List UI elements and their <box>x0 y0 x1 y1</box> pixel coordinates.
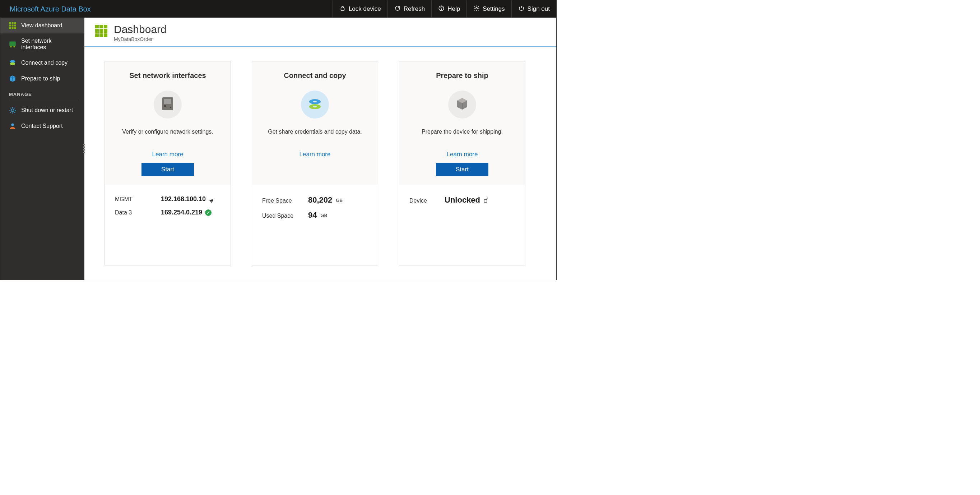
sidebar-resize-handle[interactable] <box>83 144 86 153</box>
svg-rect-14 <box>10 46 12 48</box>
card-copy: Connect and copy Get share credentials a… <box>252 61 378 266</box>
svg-rect-0 <box>341 8 344 10</box>
lock-device-label: Lock device <box>349 5 381 13</box>
grid-icon <box>9 22 16 29</box>
stat-row: Device Unlocked <box>409 196 515 205</box>
card-desc: Prepare the device for shipping. <box>422 129 503 135</box>
lock-icon <box>339 5 346 13</box>
card-network: Set network interfaces Verify or configu… <box>105 61 231 266</box>
sidebar-item-network[interactable]: Set network interfaces <box>0 33 84 55</box>
card-title: Prepare to ship <box>436 72 488 80</box>
sidebar-item-copy[interactable]: Connect and copy <box>0 55 84 71</box>
refresh-label: Refresh <box>404 5 425 13</box>
help-label: Help <box>447 5 460 13</box>
stat-label: Free Space <box>262 197 302 204</box>
topbar-spacer <box>100 0 332 18</box>
settings-label: Settings <box>483 5 504 13</box>
svg-rect-9 <box>14 25 16 27</box>
stat-value: 192.168.100.10 <box>161 196 215 203</box>
card-ship: Prepare to ship Prepare the device for s… <box>399 61 525 266</box>
signout-button[interactable]: Sign out <box>511 0 556 18</box>
network-card-icon <box>9 41 16 48</box>
card-top: Connect and copy Get share credentials a… <box>252 61 378 185</box>
svg-rect-22 <box>164 105 166 107</box>
learn-more-link[interactable]: Learn more <box>152 151 183 158</box>
power-icon <box>518 5 525 13</box>
svg-rect-13 <box>10 42 16 46</box>
page-header: Dashboard MyDataBoxOrder <box>84 18 556 47</box>
card-top: Set network interfaces Verify or configu… <box>105 61 231 185</box>
help-button[interactable]: Help <box>431 0 466 18</box>
card-icon <box>301 91 329 119</box>
disks-icon <box>307 97 323 112</box>
svg-rect-6 <box>14 22 16 24</box>
svg-point-19 <box>11 124 14 126</box>
sidebar: View dashboard Set network interfaces Co… <box>0 18 84 280</box>
sidebar-item-shutdown[interactable]: Shut down or restart <box>0 102 84 118</box>
gear-icon <box>473 5 480 13</box>
start-button[interactable]: Start <box>142 163 194 176</box>
svg-rect-12 <box>14 27 16 29</box>
body: View dashboard Set network interfaces Co… <box>0 18 556 280</box>
card-title: Set network interfaces <box>129 72 206 80</box>
svg-point-25 <box>313 101 317 102</box>
help-icon <box>438 5 445 13</box>
stat-value: Unlocked <box>445 196 489 205</box>
card-bottom: Device Unlocked <box>399 185 525 265</box>
unlock-icon <box>483 197 489 203</box>
card-top: Prepare to ship Prepare the device for s… <box>399 61 525 185</box>
svg-rect-10 <box>9 27 11 29</box>
svg-point-3 <box>476 7 477 9</box>
svg-point-17 <box>10 62 16 65</box>
svg-rect-11 <box>12 27 14 29</box>
svg-point-23 <box>170 107 171 108</box>
package-icon <box>455 97 469 113</box>
sidebar-item-label: Set network interfaces <box>21 38 78 51</box>
start-button[interactable]: Start <box>436 163 488 176</box>
card-desc: Get share credentials and copy data. <box>268 129 362 135</box>
signout-label: Sign out <box>528 5 550 13</box>
main: Dashboard MyDataBoxOrder Set network int… <box>84 18 556 280</box>
sidebar-item-label: Prepare to ship <box>21 75 60 82</box>
card-desc: Verify or configure network settings. <box>122 129 213 135</box>
sidebar-item-ship[interactable]: Prepare to ship <box>0 71 84 87</box>
plug-icon <box>208 197 215 202</box>
learn-more-link[interactable]: Learn more <box>447 151 478 158</box>
refresh-button[interactable]: Refresh <box>388 0 432 18</box>
person-icon <box>9 123 16 130</box>
svg-point-18 <box>11 109 14 112</box>
topbar-actions: Lock device Refresh Help Settings <box>332 0 556 18</box>
svg-point-27 <box>313 106 317 107</box>
stat-row: Free Space 80,202 GB <box>262 196 368 205</box>
card-icon <box>448 91 476 119</box>
svg-rect-7 <box>9 25 11 27</box>
sidebar-item-label: Connect and copy <box>21 60 67 66</box>
stat-row: Data 3 169.254.0.219 <box>115 209 221 216</box>
page-title: Dashboard <box>114 23 167 35</box>
settings-button[interactable]: Settings <box>466 0 511 18</box>
sidebar-item-dashboard[interactable]: View dashboard <box>0 18 84 33</box>
app-root: Microsoft Azure Data Box Lock device Ref… <box>0 0 557 280</box>
lock-device-button[interactable]: Lock device <box>332 0 388 18</box>
gear-icon <box>9 107 16 114</box>
svg-rect-5 <box>12 22 14 24</box>
stat-value: 94 GB <box>308 210 327 220</box>
refresh-icon <box>394 5 401 13</box>
sidebar-item-label: Contact Support <box>21 123 63 129</box>
stat-row: Used Space 94 GB <box>262 210 368 220</box>
svg-rect-8 <box>12 25 14 27</box>
stat-value: 169.254.0.219 <box>161 209 212 216</box>
svg-rect-4 <box>9 22 11 24</box>
svg-rect-28 <box>484 200 487 202</box>
topbar: Microsoft Azure Data Box Lock device Ref… <box>0 0 556 18</box>
card-bottom: Free Space 80,202 GB Used Space 94 GB <box>252 185 378 265</box>
page-subtitle: MyDataBoxOrder <box>114 36 167 42</box>
learn-more-link[interactable]: Learn more <box>299 151 331 158</box>
sidebar-item-label: View dashboard <box>21 22 62 29</box>
stat-label: MGMT <box>115 196 154 202</box>
sidebar-item-support[interactable]: Contact Support <box>0 118 84 134</box>
stat-value: 80,202 GB <box>308 196 343 205</box>
sidebar-item-label: Shut down or restart <box>21 107 73 113</box>
check-icon <box>205 209 212 216</box>
card-bottom: MGMT 192.168.100.10 Data 3 169 <box>105 185 231 265</box>
